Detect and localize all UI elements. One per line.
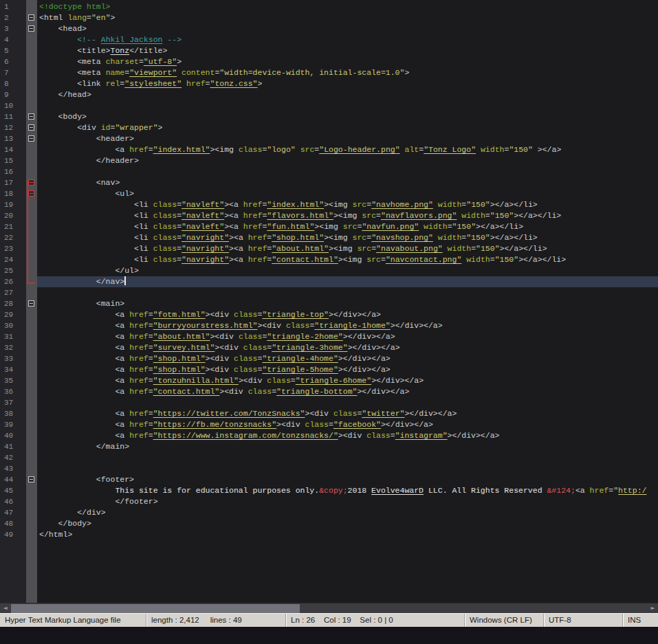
line-number[interactable]: 45	[0, 485, 26, 496]
code-line[interactable]: 6 <meta charset="utf-8">	[0, 56, 658, 67]
line-number[interactable]: 1	[0, 1, 26, 12]
line-number[interactable]: 18	[0, 188, 26, 199]
code-line[interactable]: 41 </main>	[0, 441, 658, 452]
fold-collapse-icon[interactable]	[28, 14, 34, 21]
code-line[interactable]: 10	[0, 100, 658, 111]
line-number[interactable]: 47	[0, 507, 26, 518]
code-line[interactable]: 34 <a href="shop.html"><div class="trian…	[0, 364, 658, 375]
status-eol-format[interactable]: Windows (CR LF)	[464, 614, 543, 627]
code-line[interactable]: 22 <li class="navright"><a href="shop.ht…	[0, 232, 658, 243]
line-number[interactable]: 39	[0, 419, 26, 430]
code-line[interactable]: 18 <ul>	[0, 188, 658, 199]
code-line[interactable]: 39 <a href="https://fb.me/tonzsnacks"><d…	[0, 419, 658, 430]
code-line[interactable]: 19 <li class="navleft"><a href="index.ht…	[0, 199, 658, 210]
line-number[interactable]: 30	[0, 320, 26, 331]
fold-collapse-icon[interactable]	[28, 124, 34, 131]
line-number[interactable]: 38	[0, 408, 26, 419]
code-line[interactable]: 17 <nav>	[0, 177, 658, 188]
line-number[interactable]: 28	[0, 298, 26, 309]
line-number[interactable]: 25	[0, 265, 26, 276]
code-line[interactable]: 15 </header>	[0, 155, 658, 166]
line-number[interactable]: 34	[0, 364, 26, 375]
line-number[interactable]: 36	[0, 386, 26, 397]
line-number[interactable]: 32	[0, 342, 26, 353]
line-number[interactable]: 10	[0, 100, 26, 111]
line-number[interactable]: 7	[0, 67, 26, 78]
fold-collapse-icon[interactable]	[28, 113, 34, 120]
line-number[interactable]: 37	[0, 397, 26, 408]
code-line[interactable]: 38 <a href="https://twitter.com/TonzSnac…	[0, 408, 658, 419]
code-editor[interactable]: 1<!doctype html>2<html lang="en">3 <head…	[0, 0, 658, 603]
fold-collapse-icon[interactable]	[28, 476, 34, 482]
code-line[interactable]: 48 </body>	[0, 518, 658, 529]
line-number[interactable]: 9	[0, 89, 26, 100]
code-line[interactable]: 33 <a href="shop.html"><div class="trian…	[0, 353, 658, 364]
code-line[interactable]: 14 <a href="index.html"><img class="logo…	[0, 144, 658, 155]
line-number[interactable]: 15	[0, 155, 26, 166]
code-line[interactable]: 29 <a href="fotm.html"><div class="trian…	[0, 309, 658, 320]
code-line[interactable]: 27	[0, 287, 658, 298]
code-line[interactable]: 26 </nav>	[0, 276, 658, 287]
line-number[interactable]: 41	[0, 441, 26, 452]
code-line[interactable]: 24 <li class="navright"><a href="contact…	[0, 254, 658, 265]
code-line[interactable]: 5 <title>Tonz</title>	[0, 45, 658, 56]
code-line[interactable]: 35 <a href="tonzuhnilla.html"><div class…	[0, 375, 658, 386]
fold-collapse-icon[interactable]	[28, 25, 34, 32]
code-line[interactable]: 11 <body>	[0, 111, 658, 122]
horizontal-scrollbar[interactable]: ◄ ►	[0, 603, 658, 613]
line-number[interactable]: 48	[0, 518, 26, 529]
scroll-left-button[interactable]: ◄	[0, 603, 10, 614]
line-number[interactable]: 24	[0, 254, 26, 265]
line-number[interactable]: 26	[0, 276, 26, 287]
line-number[interactable]: 3	[0, 23, 26, 34]
code-line[interactable]: 8 <link rel="stylesheet" href="tonz.css"…	[0, 78, 658, 89]
code-line[interactable]: 1<!doctype html>	[0, 1, 658, 12]
code-line[interactable]: 20 <li class="navleft"><a href="flavors.…	[0, 210, 658, 221]
line-number[interactable]: 42	[0, 452, 26, 463]
code-line[interactable]: 40 <a href="https://www.instagram.com/to…	[0, 430, 658, 441]
scrollbar-thumb[interactable]	[11, 604, 300, 613]
line-number[interactable]: 40	[0, 430, 26, 441]
status-cursor-position[interactable]: Ln : 26 Col : 19 Sel : 0 | 0	[285, 614, 464, 627]
fold-collapse-icon[interactable]	[28, 190, 34, 197]
line-number[interactable]: 35	[0, 375, 26, 386]
line-number[interactable]: 44	[0, 474, 26, 485]
line-number[interactable]: 33	[0, 353, 26, 364]
code-line[interactable]: 28 <main>	[0, 298, 658, 309]
code-line[interactable]: 21 <li class="navleft"><a href="fun.html…	[0, 221, 658, 232]
line-number[interactable]: 12	[0, 122, 26, 133]
line-number[interactable]: 43	[0, 463, 26, 474]
code-line[interactable]: 23 <li class="navright"><a href="about.h…	[0, 243, 658, 254]
code-line[interactable]: 7 <meta name="viewport" content="width=d…	[0, 67, 658, 78]
fold-collapse-icon[interactable]	[28, 135, 34, 142]
code-line[interactable]: 31 <a href="about.html"><div class="tria…	[0, 331, 658, 342]
code-line[interactable]: 2<html lang="en">	[0, 12, 658, 23]
line-number[interactable]: 29	[0, 309, 26, 320]
code-line[interactable]: 30 <a href="burryyourstress.html"><div c…	[0, 320, 658, 331]
line-number[interactable]: 46	[0, 496, 26, 507]
line-number[interactable]: 23	[0, 243, 26, 254]
line-number[interactable]: 17	[0, 177, 26, 188]
code-line[interactable]: 32 <a href="survey.html"><div class="tri…	[0, 342, 658, 353]
code-line[interactable]: 42	[0, 452, 658, 463]
fold-collapse-icon[interactable]	[28, 179, 34, 186]
scroll-right-button[interactable]: ►	[648, 603, 658, 614]
code-line[interactable]: 9 </head>	[0, 89, 658, 100]
code-line[interactable]: 43	[0, 463, 658, 474]
code-line[interactable]: 12 <div id="wrapper">	[0, 122, 658, 133]
code-line[interactable]: 37	[0, 397, 658, 408]
line-number[interactable]: 16	[0, 166, 26, 177]
code-line[interactable]: 47 </div>	[0, 507, 658, 518]
code-line[interactable]: 49</html>	[0, 529, 658, 540]
code-line[interactable]: 3 <head>	[0, 23, 658, 34]
line-number[interactable]: 5	[0, 45, 26, 56]
status-insert-mode[interactable]: INS	[622, 614, 658, 627]
line-number[interactable]: 27	[0, 287, 26, 298]
code-line[interactable]: 46 </footer>	[0, 496, 658, 507]
fold-collapse-icon[interactable]	[28, 300, 34, 307]
line-number[interactable]: 31	[0, 331, 26, 342]
code-line[interactable]: 13 <header>	[0, 133, 658, 144]
line-number[interactable]: 8	[0, 78, 26, 89]
line-number[interactable]: 6	[0, 56, 26, 67]
line-number[interactable]: 2	[0, 12, 26, 23]
